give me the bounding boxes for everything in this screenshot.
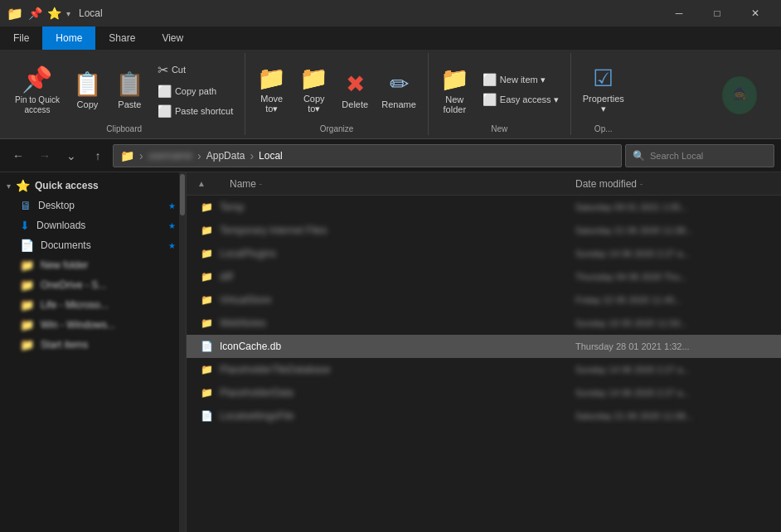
file-name: IconCache.db	[220, 341, 575, 352]
docs-icon: 📄	[20, 239, 34, 252]
table-row[interactable]: 📁 PlaceholderTileDatabase Sunday 14 06 2…	[187, 358, 781, 381]
file-name: WebNotes	[220, 317, 575, 329]
downloads-icon: ⬇	[20, 219, 30, 232]
dropdown-icon: ▾	[66, 9, 70, 18]
file-date: Sunday 10 05 2020 11:50...	[575, 318, 774, 328]
column-header: ▲ Name - Date modified -	[187, 172, 781, 196]
name-label: Name	[230, 178, 256, 190]
table-row[interactable]: 📁 WebNotes Sunday 10 05 2020 11:50...	[187, 312, 781, 335]
file-icon: 📁	[201, 387, 213, 399]
paste-shortcut-button[interactable]: ⬜ Paste shortcut	[153, 102, 238, 120]
sidebar-item-life[interactable]: 📁 Life - Microso...	[0, 295, 186, 315]
tab-share[interactable]: Share	[95, 27, 148, 50]
desktop-icon: 🖥	[20, 199, 32, 212]
table-row[interactable]: 📁 Temporary Internet Files Saturday 21 0…	[187, 219, 781, 242]
chevron-icon: ▾	[7, 181, 11, 191]
quick-access-icon: ⭐	[47, 7, 61, 20]
title-bar-title: Local	[79, 7, 103, 19]
search-bar[interactable]: 🔍 Search Local	[625, 144, 774, 167]
sidebar-item-documents[interactable]: 📄 Documents ★	[0, 235, 186, 255]
rename-icon: ✏	[390, 70, 409, 98]
quick-access-header[interactable]: ▾ ⭐ Quick access	[0, 176, 186, 196]
file-icon: 📁	[201, 364, 213, 375]
back-button[interactable]: ←	[7, 144, 30, 167]
maximize-button[interactable]: □	[698, 0, 736, 27]
table-row[interactable]: 📁 Temp Saturday 09 01 2021 1:05...	[187, 196, 781, 219]
new-item-button[interactable]: ⬜ New item ▾	[478, 70, 564, 89]
file-date: Sunday 14 06 2020 2:27 a...	[575, 388, 774, 398]
new-folder-label-sidebar: New folder	[41, 259, 88, 271]
copy-to-icon: 📁	[299, 65, 328, 92]
pin-icon: 📌	[28, 7, 42, 20]
folder-icon: 📁	[7, 6, 23, 22]
tab-file[interactable]: File	[0, 27, 42, 50]
delete-button[interactable]: ✖ Delete	[337, 56, 373, 123]
sidebar-item-desktop[interactable]: 🖥 Desktop ★	[0, 196, 186, 215]
table-row[interactable]: 📁 LocalPlugins Sunday 14 06 2020 2:27 a.…	[187, 242, 781, 265]
up-button[interactable]: ↑	[86, 144, 109, 167]
properties-icon: ☑	[593, 65, 614, 92]
sidebar: ▾ ⭐ Quick access 🖥 Desktop ★ ⬇ Downloads…	[0, 172, 187, 532]
close-button[interactable]: ✕	[736, 0, 774, 27]
pin-indicator-2: ★	[168, 221, 176, 230]
sidebar-item-win[interactable]: 📁 Win - Windows...	[0, 315, 186, 335]
table-row[interactable]: 📄 IconCache.db Thursday 28 01 2021 1:32.…	[187, 335, 781, 358]
easy-access-icon: ⬜	[483, 93, 497, 106]
properties-button[interactable]: ☑ Properties▾	[578, 56, 629, 123]
cut-button[interactable]: ✂ Cut	[153, 60, 238, 80]
folder-icon-5: 📁	[20, 338, 34, 351]
sidebar-item-onedrive[interactable]: 📁 OneDrive - S...	[0, 275, 186, 295]
delete-icon: ✖	[346, 70, 365, 98]
copy-button[interactable]: 📋 Copy	[68, 56, 107, 123]
move-to-button[interactable]: 📁 Moveto▾	[252, 56, 291, 123]
properties-label: Properties▾	[583, 94, 624, 114]
sort-indicator: ▲	[193, 179, 210, 188]
open-label: Op...	[594, 124, 613, 133]
file-date: Thursday 28 01 2021 1:32...	[575, 341, 774, 351]
file-date: Friday 22 05 2020 11:45...	[575, 295, 774, 305]
new-item-label: New item ▾	[500, 75, 546, 85]
address-user: username	[148, 150, 192, 162]
paste-shortcut-icon: ⬜	[158, 104, 172, 118]
forward-button[interactable]: →	[33, 144, 56, 167]
clipboard-label: Clipboard	[106, 124, 142, 133]
content-area: ▲ Name - Date modified - 📁 Temp Saturday…	[187, 172, 781, 532]
copy-to-button[interactable]: 📁 Copyto▾	[294, 56, 333, 123]
file-icon: 📄	[201, 410, 213, 422]
life-label: Life - Microso...	[41, 299, 109, 311]
recent-locations-button[interactable]: ⌄	[60, 144, 83, 167]
file-date: Saturday 21 06 2020 11:08...	[575, 225, 774, 235]
cut-icon: ✂	[158, 62, 168, 78]
ribbon-tabs: File Home Share View	[0, 27, 781, 50]
table-row[interactable]: 📁 diff Thursday 04 06 2020 Thu...	[187, 265, 781, 288]
tab-home[interactable]: Home	[42, 27, 95, 50]
address-bar[interactable]: 📁 › username › AppData › Local	[113, 144, 622, 167]
new-label: New	[491, 124, 507, 133]
clipboard-group: 📌 Pin to Quickaccess 📋 Copy 📋 Paste ✂ Cu…	[3, 53, 245, 135]
title-bar: 📁 📌 ⭐ ▾ Local ─ □ ✕	[0, 0, 781, 27]
table-row[interactable]: 📄 LocalsettingsFile Saturday 21 06 2020 …	[187, 404, 781, 428]
name-column-header[interactable]: Name -	[210, 178, 575, 190]
pin-to-quick-access-button[interactable]: 📌 Pin to Quickaccess	[10, 56, 65, 123]
delete-label: Delete	[342, 99, 368, 109]
new-folder-button[interactable]: 📁 Newfolder	[435, 56, 474, 123]
file-icon: 📁	[201, 201, 213, 213]
file-name: LocalPlugins	[220, 248, 575, 259]
rename-label: Rename	[381, 99, 416, 109]
copy-to-label: Copyto▾	[303, 94, 325, 114]
table-row[interactable]: 📁 PlaceholderData Sunday 14 06 2020 2:27…	[187, 381, 781, 404]
file-name: LocalsettingsFile	[220, 410, 575, 422]
date-column-header[interactable]: Date modified -	[575, 178, 774, 190]
folder-icon-1: 📁	[20, 259, 34, 272]
sidebar-item-start[interactable]: 📁 Start items	[0, 335, 186, 355]
sidebar-item-downloads[interactable]: ⬇ Downloads ★	[0, 215, 186, 235]
date-label: Date modified	[575, 178, 637, 190]
copy-path-button[interactable]: ⬜ Copy path	[153, 82, 238, 100]
minimize-button[interactable]: ─	[660, 0, 698, 27]
easy-access-button[interactable]: ⬜ Easy access ▾	[478, 90, 564, 109]
sidebar-item-new-folder[interactable]: 📁 New folder	[0, 255, 186, 275]
rename-button[interactable]: ✏ Rename	[376, 56, 421, 123]
paste-button[interactable]: 📋 Paste	[110, 56, 149, 123]
tab-view[interactable]: View	[148, 27, 196, 50]
table-row[interactable]: 📁 VirtualStore Friday 22 05 2020 11:45..…	[187, 288, 781, 312]
